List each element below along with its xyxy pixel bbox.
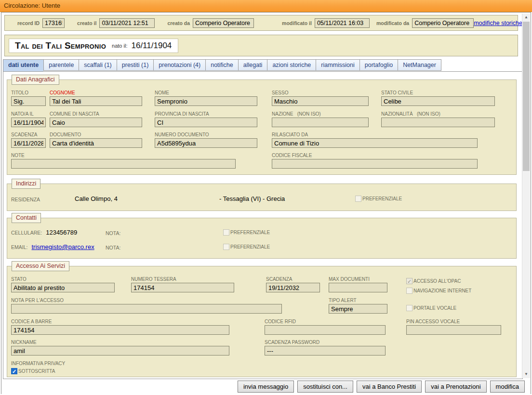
tipo-alert-input[interactable] <box>329 304 387 314</box>
tab-prenotazioni[interactable]: prenotazioni (4) <box>153 59 205 71</box>
user-name-box: Tal dei Tali Sempronio nato il: 16/11/19… <box>9 39 178 53</box>
accesso-opac-row: ACCESSO ALL'OPAC <box>406 278 461 284</box>
section-contatti-legend: Contatti <box>12 213 41 223</box>
cellulare-nota-label: NOTA: <box>106 230 120 236</box>
nickname-input[interactable] <box>11 346 229 356</box>
accesso-opac-checkbox[interactable] <box>406 278 412 284</box>
email-link[interactable]: trismegisto@parco.rex <box>31 243 94 250</box>
tab-parentele[interactable]: parentele <box>43 59 79 71</box>
field-numero-documento: NUMERO DOCUMENTO <box>155 132 257 148</box>
codice-a-barre-input[interactable] <box>11 325 229 335</box>
scadenza-input[interactable] <box>11 138 46 148</box>
codice-fiscale-label: CODICE FISCALE <box>272 153 478 158</box>
tab-dati-utente[interactable]: dati utente <box>3 59 43 72</box>
vai-a-prenotazioni-button[interactable]: vai a Prenotazioni <box>425 381 486 393</box>
tab-prestiti[interactable]: prestiti (1) <box>117 59 154 71</box>
numero-documento-input[interactable] <box>155 138 257 148</box>
field-nickname: NICKNAME <box>11 340 229 356</box>
preferenziale-checkbox[interactable] <box>223 244 229 250</box>
vai-a-banco-prestiti-button[interactable]: vai a Banco Prestiti <box>357 381 422 393</box>
nota-accesso-input[interactable] <box>11 304 282 314</box>
tab-scaffali[interactable]: scaffali (1) <box>79 59 116 71</box>
stato-input[interactable] <box>11 283 115 292</box>
created-at-field[interactable] <box>99 18 155 28</box>
residenza-street: Calle Olimpo, 4 <box>75 195 118 202</box>
record-info-bar: record ID creato il creato da modificato… <box>4 15 518 31</box>
pin-vocale-input[interactable] <box>406 325 501 335</box>
residenza-label: RESIDENZA <box>11 197 40 202</box>
rilasciato-da-input[interactable] <box>272 138 478 148</box>
nazione-input[interactable] <box>272 118 369 127</box>
nazionalita-input[interactable] <box>381 118 495 127</box>
scadenza-password-input[interactable] <box>265 346 386 356</box>
sottoscritta-row: SOTTOSCRITTA <box>11 368 55 374</box>
modifica-button[interactable]: modifica <box>490 381 525 393</box>
tab-azioni-storiche[interactable]: azioni storiche <box>267 59 316 71</box>
navigazione-internet-label: NAVIGAZIONE INTERNET <box>413 288 471 293</box>
provincia-nascita-input[interactable] <box>155 118 257 127</box>
navigazione-internet-checkbox[interactable] <box>406 288 412 294</box>
created-by-label: creato da <box>167 20 190 26</box>
numero-tessera-label: NUMERO TESSERA <box>131 276 234 282</box>
numero-tessera-input[interactable] <box>131 283 234 292</box>
sostituisci-con-button[interactable]: sostituisci con... <box>297 381 353 393</box>
cognome-input[interactable] <box>50 96 142 106</box>
preferenziale-checkbox[interactable] <box>223 229 229 236</box>
user-name: Tal dei Tali Sempronio <box>15 40 106 51</box>
tab-riammissioni[interactable]: riammissioni <box>316 59 359 71</box>
field-sesso: SESSO <box>272 90 369 106</box>
nome-label: NOME <box>155 90 257 95</box>
created-by-field[interactable] <box>193 18 254 28</box>
stato-label: STATO <box>11 276 115 282</box>
portale-vocale-label: PORTALE VOCALE <box>413 305 456 311</box>
preferenziale-label: PREFERENZIALE <box>362 196 402 201</box>
modified-by-field[interactable] <box>412 18 474 28</box>
field-documento: DOCUMENTO <box>50 132 142 148</box>
sesso-input[interactable] <box>272 96 369 106</box>
cellulare-value: 123456789 <box>46 229 77 236</box>
email-row: EMAIL: trismegisto@parco.rex <box>11 243 94 250</box>
note-input[interactable] <box>11 159 236 169</box>
modified-at-field[interactable] <box>315 18 370 28</box>
informativa-privacy-label: INFORMATIVA PRIVACY <box>11 361 65 366</box>
scadenza-password-label: SCADENZA PASSWORD <box>265 340 386 345</box>
scroll-down-icon[interactable] <box>522 370 530 378</box>
tab-allegati[interactable]: allegati <box>238 59 267 71</box>
documento-input[interactable] <box>50 138 142 148</box>
main-window: record ID creato il creato da modificato… <box>1 12 531 394</box>
nome-input[interactable] <box>155 96 257 106</box>
tab-bar: dati utente parentele scaffali (1) prest… <box>3 59 441 71</box>
section-accesso-legend: Accesso Ai Servizi <box>12 261 69 271</box>
section-dati-anagrafici: Dati Anagrafici TITOLO COGNOME NOME SESS… <box>7 79 517 175</box>
field-nota-accesso: NOTA PER L'ACCESSO <box>11 298 282 314</box>
scadenza-tessera-input[interactable] <box>266 283 320 292</box>
portale-vocale-row: PORTALE VOCALE <box>406 305 456 311</box>
tab-netmanager[interactable]: NetManager <box>398 59 441 71</box>
field-scadenza-tessera: SCADENZA <box>266 276 320 292</box>
max-documenti-input[interactable] <box>329 283 387 292</box>
comune-nascita-input[interactable] <box>50 118 142 127</box>
tab-portafoglio[interactable]: portafoglio <box>359 59 398 71</box>
scroll-up-icon[interactable] <box>522 13 530 21</box>
section-dati-anagrafici-legend: Dati Anagrafici <box>12 75 59 85</box>
portale-vocale-checkbox[interactable] <box>406 305 412 311</box>
field-tipo-alert: TIPO ALERT <box>329 298 387 314</box>
sottoscritta-checkbox[interactable] <box>11 368 17 374</box>
preferenziale-checkbox[interactable] <box>355 196 361 202</box>
tab-content: Dati Anagrafici TITOLO COGNOME NOME SESS… <box>3 71 523 379</box>
stato-civile-input[interactable] <box>381 96 495 106</box>
tab-notifiche[interactable]: notifiche <box>205 59 238 71</box>
vertical-scrollbar[interactable] <box>522 13 530 378</box>
scrollbar-thumb[interactable] <box>523 22 530 171</box>
titolo-label: TITOLO <box>11 90 46 95</box>
codice-rfid-input[interactable] <box>265 325 386 335</box>
navigazione-internet-row: NAVIGAZIONE INTERNET <box>406 288 471 294</box>
nickname-label: NICKNAME <box>11 340 229 345</box>
field-max-documenti: MAX DOCUMENTI <box>329 276 387 292</box>
invia-messaggio-button[interactable]: invia messaggio <box>238 381 294 393</box>
codice-fiscale-input[interactable] <box>272 159 478 169</box>
history-changes-link[interactable]: modifiche storiche <box>474 20 522 26</box>
record-id-field[interactable] <box>42 18 65 28</box>
nato-il-input[interactable] <box>11 118 46 127</box>
titolo-input[interactable] <box>11 96 46 106</box>
